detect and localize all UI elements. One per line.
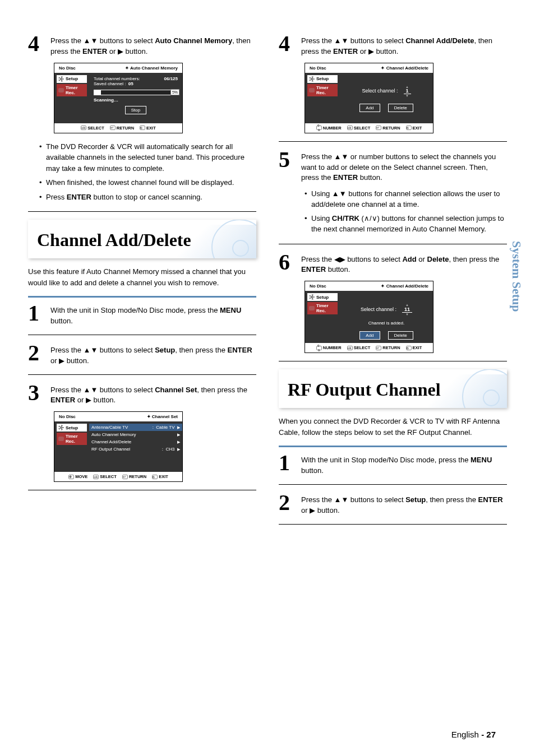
section-channel-add-delete: Channel Add/Delete — [28, 220, 256, 258]
osd-no-disc: No Disc — [310, 284, 326, 289]
left-step-4: 4 Press the ▲▼ buttons to select Auto Ch… — [28, 34, 256, 57]
return-icon: ↩ — [110, 126, 116, 130]
footer-return: ↩ RETURN — [376, 126, 400, 131]
footer-return: ↩ RETURN — [110, 126, 134, 131]
add-button[interactable]: Add — [359, 331, 380, 340]
right-step-1: 1 With the unit in Stop mode/No Disc mod… — [279, 453, 507, 476]
text: Press the ▲▼ buttons to select — [50, 36, 155, 45]
right-column: 4 Press the ▲▼ buttons to select Channel… — [279, 34, 507, 532]
osd-side-timer: Timer Rec. — [57, 433, 87, 445]
divider-accent — [28, 296, 256, 298]
divider — [28, 374, 256, 375]
right-step-5: 5 Press the ▲▼ or number buttons to sele… — [279, 150, 507, 184]
osd-title: ✦ Channel Set — [147, 414, 178, 419]
intro-text: Use this feature if Auto Channel Memory … — [28, 266, 256, 288]
bullet: The DVD Recorder & VCR will automaticall… — [39, 141, 256, 174]
bold: ENTER — [82, 47, 107, 55]
osd-channel-set: No Disc ✦ Channel Set Setup Timer Rec. A… — [54, 411, 183, 482]
select-channel-row: Select channel : ▲ 11 ▼ — [344, 302, 428, 316]
footer-select: ok SELECT — [93, 474, 117, 479]
footer-exit: ⎋ EXIT — [152, 474, 168, 479]
section-title: Channel Add/Delete — [37, 230, 247, 251]
osd-side-setup: Setup — [307, 75, 338, 83]
menu-row-rf-output[interactable]: RF Output Channel : CH3 ▶ — [91, 446, 180, 453]
right-step-4: 4 Press the ▲▼ buttons to select Channel… — [279, 34, 507, 57]
menu-row-antenna[interactable]: Antenna/Cable TV : Cable TV ▶ — [89, 424, 182, 431]
osd-channel-add-delete-1: No Disc ✦ Channel Add/Delete Setup Timer… — [305, 63, 433, 133]
timer-icon — [58, 437, 64, 441]
channel-spinner[interactable]: ▲ 11 ▼ — [402, 302, 412, 316]
footer-exit: ⎋ EXIT — [140, 126, 156, 131]
osd-no-disc: No Disc — [310, 66, 326, 71]
step-text: Press the ▲▼ buttons to select Auto Chan… — [50, 34, 256, 57]
footer-return: ↩ RETURN — [376, 345, 400, 350]
section-rf-output: RF Output Channel — [279, 369, 507, 408]
channel-spinner[interactable]: ▲ 1 ▼ — [404, 84, 411, 98]
timer-icon — [309, 88, 315, 92]
ok-icon: ok — [93, 475, 99, 479]
side-tab-label: System Setup — [509, 241, 524, 312]
osd-side-timer: Timer Rec. — [307, 302, 338, 314]
osd-no-disc: No Disc — [59, 66, 76, 71]
delete-button[interactable]: Delete — [388, 331, 413, 340]
bullet: Press ENTER button to stop or cancel sca… — [39, 192, 256, 203]
step-number: 2 — [279, 493, 301, 516]
gear-icon — [309, 294, 315, 300]
divider — [28, 335, 256, 335]
ok-icon: ok — [347, 346, 353, 350]
menu-row-auto-memory[interactable]: Auto Channel Memory▶ — [91, 431, 180, 438]
step-text: Press the ▲▼ or number buttons to select… — [301, 150, 507, 184]
timer-icon — [58, 88, 64, 92]
step-number: 1 — [28, 303, 50, 327]
number-icon: 0-9 — [316, 346, 322, 350]
divider — [279, 244, 507, 244]
return-icon: ↩ — [376, 346, 381, 350]
right-step-2: 2 Press the ▲▼ buttons to select Setup, … — [279, 493, 507, 516]
stop-button[interactable]: Stop — [125, 106, 146, 114]
osd-side-setup: Setup — [57, 424, 87, 432]
step-number: 4 — [279, 34, 301, 57]
osd-title: ✦ Auto Channel Memory — [125, 66, 178, 71]
bullet: Using CH/TRK (∧/∨) buttons for channel s… — [305, 214, 507, 235]
osd-auto-channel-memory: No Disc ✦ Auto Channel Memory Setup Time… — [54, 63, 183, 133]
bullet: Using ▲▼ buttons for channel selection a… — [305, 189, 507, 210]
step-number: 2 — [28, 343, 50, 367]
ok-icon: ok — [81, 126, 86, 130]
ok-icon: ok — [347, 126, 353, 130]
exit-icon: ⎋ — [152, 475, 158, 479]
number-icon: 0-9 — [316, 126, 322, 130]
divider — [279, 524, 507, 525]
osd-title: ✦ Channel Add/Delete — [381, 284, 428, 289]
value: 06/125 — [164, 76, 178, 81]
bold: Auto Channel Memory — [155, 36, 232, 45]
osd-title: ✦ Channel Add/Delete — [381, 66, 428, 71]
menu-row-add-delete[interactable]: Channel Add/Delete▶ — [91, 438, 180, 446]
divider — [279, 361, 507, 361]
divider-accent — [279, 446, 507, 447]
left-step-3: 3 Press the ▲▼ buttons to select Channel… — [28, 383, 256, 406]
osd-channel-add-delete-2: No Disc ✦ Channel Add/Delete Setup Timer… — [305, 281, 433, 353]
bullet: When finished, the lowest channel found … — [39, 177, 256, 188]
footer-select: ok SELECT — [347, 345, 371, 350]
progress-bar: 5% — [94, 90, 178, 95]
step-text: Press the ▲▼ buttons to select Setup, th… — [50, 343, 256, 367]
page-footer: English - 27 — [451, 730, 496, 739]
right-step-6: 6 Press the ◀▶ buttons to select Add or … — [279, 252, 507, 276]
exit-icon: ⎋ — [140, 126, 145, 130]
text: or ▶ button. — [107, 47, 147, 55]
step-number: 3 — [28, 383, 50, 406]
gear-icon — [58, 425, 64, 430]
osd-side-timer: Timer Rec. — [57, 84, 87, 96]
step-text: Press the ◀▶ buttons to select Add or De… — [301, 252, 507, 276]
footer-number: 0-9 NUMBER — [316, 345, 342, 350]
value: 05 — [128, 81, 133, 86]
timer-icon — [309, 306, 315, 310]
add-button[interactable]: Add — [359, 104, 380, 112]
left-step-1: 1 With the unit in Stop mode/No Disc mod… — [28, 303, 256, 327]
exit-icon: ⎋ — [406, 346, 412, 350]
step-text: With the unit in Stop mode/No Disc mode,… — [50, 303, 256, 327]
step-text: Press the ▲▼ buttons to select Channel S… — [50, 383, 256, 406]
delete-button[interactable]: Delete — [388, 104, 413, 112]
step-text: Press the ▲▼ buttons to select Channel A… — [301, 34, 507, 57]
gear-icon — [309, 76, 315, 82]
